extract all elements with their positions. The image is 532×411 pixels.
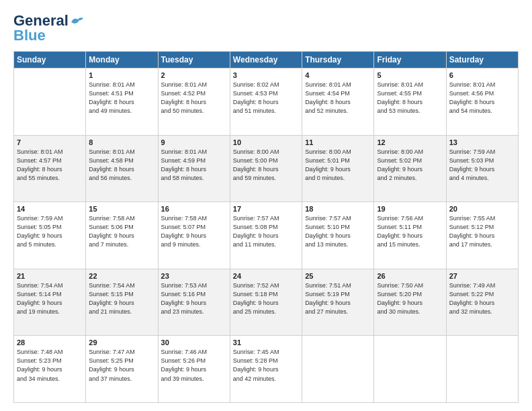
calendar-week-row: 28Sunrise: 7:48 AMSunset: 5:23 PMDayligh… (14, 336, 519, 403)
calendar-cell: 7Sunrise: 8:01 AMSunset: 4:57 PMDaylight… (14, 135, 86, 202)
day-info: Sunrise: 7:57 AMSunset: 5:10 PMDaylight:… (305, 214, 371, 249)
day-number: 8 (89, 138, 154, 146)
calendar-cell (302, 336, 374, 403)
day-number: 25 (305, 272, 371, 280)
day-info: Sunrise: 8:01 AMSunset: 4:57 PMDaylight:… (17, 148, 83, 183)
day-number: 16 (161, 205, 227, 213)
day-number: 5 (377, 71, 443, 79)
day-number: 17 (233, 205, 299, 213)
day-number: 28 (17, 338, 83, 347)
calendar-cell: 3Sunrise: 8:02 AMSunset: 4:53 PMDaylight… (230, 68, 302, 136)
calendar-cell: 14Sunrise: 7:59 AMSunset: 5:05 PMDayligh… (14, 202, 86, 269)
calendar-cell: 20Sunrise: 7:55 AMSunset: 5:12 PMDayligh… (446, 202, 518, 269)
day-number: 11 (305, 138, 371, 146)
calendar-cell: 9Sunrise: 8:01 AMSunset: 4:59 PMDaylight… (158, 135, 230, 202)
logo: General Blue (13, 12, 85, 44)
day-info: Sunrise: 7:50 AMSunset: 5:20 PMDaylight:… (377, 281, 443, 316)
calendar-cell: 28Sunrise: 7:48 AMSunset: 5:23 PMDayligh… (14, 336, 86, 403)
day-number: 12 (377, 138, 443, 146)
day-number: 31 (233, 338, 299, 347)
calendar-week-row: 14Sunrise: 7:59 AMSunset: 5:05 PMDayligh… (14, 202, 519, 269)
day-info: Sunrise: 8:01 AMSunset: 4:54 PMDaylight:… (305, 81, 371, 116)
calendar-cell: 29Sunrise: 7:47 AMSunset: 5:25 PMDayligh… (86, 336, 158, 403)
day-info: Sunrise: 8:01 AMSunset: 4:58 PMDaylight:… (89, 148, 154, 183)
calendar-cell: 6Sunrise: 8:01 AMSunset: 4:56 PMDaylight… (446, 68, 518, 136)
day-info: Sunrise: 7:58 AMSunset: 5:06 PMDaylight:… (89, 214, 154, 249)
day-info: Sunrise: 7:57 AMSunset: 5:08 PMDaylight:… (233, 214, 299, 249)
day-info: Sunrise: 7:46 AMSunset: 5:26 PMDaylight:… (161, 348, 227, 383)
calendar-dow-saturday: Saturday (446, 52, 518, 68)
day-info: Sunrise: 7:54 AMSunset: 5:14 PMDaylight:… (17, 281, 83, 316)
day-number: 1 (89, 71, 154, 79)
calendar-cell: 26Sunrise: 7:50 AMSunset: 5:20 PMDayligh… (374, 269, 446, 336)
day-info: Sunrise: 8:00 AMSunset: 5:02 PMDaylight:… (377, 148, 443, 183)
day-info: Sunrise: 7:48 AMSunset: 5:23 PMDaylight:… (17, 348, 83, 383)
calendar-cell: 31Sunrise: 7:45 AMSunset: 5:28 PMDayligh… (230, 336, 302, 403)
calendar-cell: 22Sunrise: 7:54 AMSunset: 5:15 PMDayligh… (86, 269, 158, 336)
calendar-week-row: 21Sunrise: 7:54 AMSunset: 5:14 PMDayligh… (14, 269, 519, 336)
calendar-dow-wednesday: Wednesday (230, 52, 302, 68)
day-number: 24 (233, 272, 299, 280)
day-info: Sunrise: 8:01 AMSunset: 4:51 PMDaylight:… (89, 81, 154, 116)
calendar-cell: 18Sunrise: 7:57 AMSunset: 5:10 PMDayligh… (302, 202, 374, 269)
day-number: 23 (161, 272, 227, 280)
day-info: Sunrise: 7:59 AMSunset: 5:03 PMDaylight:… (449, 148, 515, 183)
calendar-cell: 13Sunrise: 7:59 AMSunset: 5:03 PMDayligh… (446, 135, 518, 202)
day-number: 3 (233, 71, 299, 79)
logo-blue: Blue (13, 27, 46, 44)
day-number: 13 (449, 138, 515, 146)
calendar-week-row: 7Sunrise: 8:01 AMSunset: 4:57 PMDaylight… (14, 135, 519, 202)
calendar-cell (446, 336, 518, 403)
calendar-cell: 24Sunrise: 7:52 AMSunset: 5:18 PMDayligh… (230, 269, 302, 336)
day-number: 15 (89, 205, 154, 213)
day-info: Sunrise: 8:01 AMSunset: 4:55 PMDaylight:… (377, 81, 443, 116)
calendar-table: SundayMondayTuesdayWednesdayThursdayFrid… (13, 51, 519, 403)
day-info: Sunrise: 7:55 AMSunset: 5:12 PMDaylight:… (449, 214, 515, 249)
day-info: Sunrise: 7:51 AMSunset: 5:19 PMDaylight:… (305, 281, 371, 316)
calendar-dow-tuesday: Tuesday (158, 52, 230, 68)
day-info: Sunrise: 8:01 AMSunset: 4:52 PMDaylight:… (161, 81, 227, 116)
day-number: 21 (17, 272, 83, 280)
day-number: 30 (161, 338, 227, 347)
calendar-cell: 12Sunrise: 8:00 AMSunset: 5:02 PMDayligh… (374, 135, 446, 202)
day-info: Sunrise: 7:54 AMSunset: 5:15 PMDaylight:… (89, 281, 154, 316)
calendar-cell: 4Sunrise: 8:01 AMSunset: 4:54 PMDaylight… (302, 68, 374, 136)
day-info: Sunrise: 7:45 AMSunset: 5:28 PMDaylight:… (233, 348, 299, 383)
calendar-cell: 23Sunrise: 7:53 AMSunset: 5:16 PMDayligh… (158, 269, 230, 336)
calendar-cell: 5Sunrise: 8:01 AMSunset: 4:55 PMDaylight… (374, 68, 446, 136)
day-number: 10 (233, 138, 299, 146)
header: General Blue (13, 12, 519, 44)
day-number: 20 (449, 205, 515, 213)
calendar-cell: 19Sunrise: 7:56 AMSunset: 5:11 PMDayligh… (374, 202, 446, 269)
day-number: 14 (17, 205, 83, 213)
calendar-cell: 1Sunrise: 8:01 AMSunset: 4:51 PMDaylight… (86, 68, 158, 136)
calendar-cell: 10Sunrise: 8:00 AMSunset: 5:00 PMDayligh… (230, 135, 302, 202)
day-info: Sunrise: 7:56 AMSunset: 5:11 PMDaylight:… (377, 214, 443, 249)
day-number: 19 (377, 205, 443, 213)
calendar-week-row: 1Sunrise: 8:01 AMSunset: 4:51 PMDaylight… (14, 68, 519, 136)
day-number: 7 (17, 138, 83, 146)
day-info: Sunrise: 8:02 AMSunset: 4:53 PMDaylight:… (233, 81, 299, 116)
day-info: Sunrise: 8:00 AMSunset: 5:01 PMDaylight:… (305, 148, 371, 183)
calendar-cell: 16Sunrise: 7:58 AMSunset: 5:07 PMDayligh… (158, 202, 230, 269)
calendar-cell: 27Sunrise: 7:49 AMSunset: 5:22 PMDayligh… (446, 269, 518, 336)
calendar-cell: 15Sunrise: 7:58 AMSunset: 5:06 PMDayligh… (86, 202, 158, 269)
calendar-cell: 8Sunrise: 8:01 AMSunset: 4:58 PMDaylight… (86, 135, 158, 202)
day-number: 22 (89, 272, 154, 280)
day-info: Sunrise: 7:47 AMSunset: 5:25 PMDaylight:… (89, 348, 154, 383)
calendar-dow-friday: Friday (374, 52, 446, 68)
day-info: Sunrise: 7:52 AMSunset: 5:18 PMDaylight:… (233, 281, 299, 316)
calendar-dow-monday: Monday (86, 52, 158, 68)
logo-bird-icon (70, 15, 85, 28)
calendar-dow-sunday: Sunday (14, 52, 86, 68)
day-number: 2 (161, 71, 227, 79)
day-number: 4 (305, 71, 371, 79)
day-info: Sunrise: 7:58 AMSunset: 5:07 PMDaylight:… (161, 214, 227, 249)
day-info: Sunrise: 7:59 AMSunset: 5:05 PMDaylight:… (17, 214, 83, 249)
day-number: 9 (161, 138, 227, 146)
page: General Blue SundayMondayTuesdayWednesda… (0, 0, 532, 411)
calendar-header-row: SundayMondayTuesdayWednesdayThursdayFrid… (14, 52, 519, 68)
calendar-dow-thursday: Thursday (302, 52, 374, 68)
day-info: Sunrise: 7:49 AMSunset: 5:22 PMDaylight:… (449, 281, 515, 316)
calendar-cell: 30Sunrise: 7:46 AMSunset: 5:26 PMDayligh… (158, 336, 230, 403)
